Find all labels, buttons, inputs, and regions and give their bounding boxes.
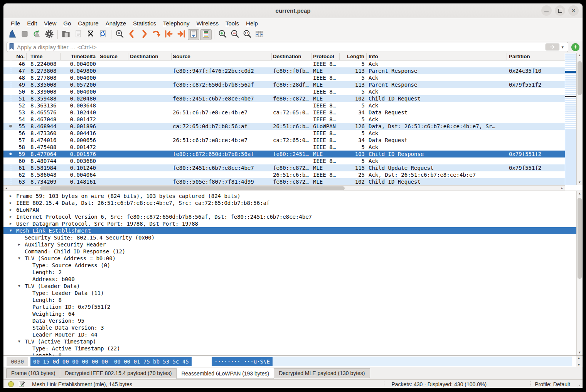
detail-line[interactable]: ▸User Datagram Protocol, Src Port: 19788… <box>3 220 583 227</box>
zoom-out-button[interactable] <box>229 29 241 40</box>
packet-row[interactable]: 628.5860480.00406426:51:c6:b…IEEE 8…25Ac… <box>3 171 565 178</box>
scroll-down-arrow[interactable]: ▼ <box>577 180 583 185</box>
detail-line[interactable]: Length: 8 <box>3 352 583 355</box>
packet-list-scrollbar[interactable]: ▲ ▼ <box>576 53 583 185</box>
expander-closed-icon[interactable]: ▸ <box>10 213 16 220</box>
detail-line[interactable]: Type: Active Timestamp (22) <box>3 345 583 352</box>
detail-line[interactable]: Type: Source Address (0) <box>3 262 583 269</box>
capture-options-button[interactable] <box>44 29 55 40</box>
packet-row[interactable]: 638.7342090.148161fe80::505e:f807:7f81:4… <box>3 178 565 185</box>
zoom-in-button[interactable] <box>217 29 228 40</box>
expander-open-icon[interactable]: ▾ <box>18 283 25 290</box>
detail-line[interactable]: ▸Internet Protocol Version 6, Src: fe80:… <box>3 213 583 220</box>
expander-open-icon[interactable]: ▾ <box>18 338 25 345</box>
tab-decrypted-mle-payload-130-bytes[interactable]: Decrypted MLE payload (130 bytes) <box>274 368 370 378</box>
detail-line[interactable]: Data Version: 95 <box>3 317 583 324</box>
detail-line[interactable]: ▸IEEE 802.15.4 Data, Dst: 26:51:c6:b7:e8… <box>3 199 583 206</box>
open-file-button[interactable] <box>60 29 72 40</box>
packet-row[interactable]: 518.3594880.020480fe80::2451:c6b7:e8ce:4… <box>3 95 565 102</box>
menu-item-telephony[interactable]: Telephony <box>160 19 193 28</box>
expander-closed-icon[interactable]: ▸ <box>10 193 16 199</box>
packet-row[interactable]: 498.3350080.057200fe80::c872:650d:b7b8:5… <box>3 81 565 88</box>
expander-closed-icon[interactable]: ▸ <box>10 220 16 227</box>
go-to-packet-button[interactable] <box>151 29 162 40</box>
ascii-bytes-selected[interactable]: ···········u·S\E <box>212 357 273 366</box>
detail-line[interactable]: ▸Frame 59: 103 bytes on wire (824 bits),… <box>3 193 583 199</box>
menu-item-statistics[interactable]: Statistics <box>130 19 160 28</box>
hex-bytes-selected[interactable]: 00 15 0d 00 00 00 00 0000 00 01 75 bb 53… <box>30 357 192 366</box>
bookmark-icon[interactable] <box>8 43 15 52</box>
detail-line[interactable]: Length: 2 <box>3 269 583 276</box>
expander-closed-icon[interactable]: ▸ <box>10 199 16 206</box>
expander-closed-icon[interactable]: ▸ <box>10 206 16 213</box>
expander-open-icon[interactable]: ▾ <box>10 227 16 234</box>
column-header-time[interactable]: Time <box>27 53 61 60</box>
start-capture-button[interactable] <box>7 29 18 40</box>
menu-item-analyze[interactable]: Analyze <box>102 19 130 28</box>
scroll-up-arrow[interactable]: ▲ <box>578 356 580 360</box>
menu-item-capture[interactable]: Capture <box>74 19 102 28</box>
column-header-src[interactable]: Source <box>98 53 128 60</box>
zoom-original-button[interactable]: 1:1 <box>241 29 253 40</box>
hscrollbar-thumb[interactable] <box>40 186 345 190</box>
menu-item-go[interactable]: Go <box>60 19 74 28</box>
scrollbar-thumb[interactable] <box>578 198 582 279</box>
capture-comment-icon[interactable] <box>19 380 25 388</box>
find-packet-button[interactable]: A <box>114 29 125 40</box>
reload-file-button[interactable] <box>97 29 109 40</box>
detail-line[interactable]: Leader Router ID: 44 <box>3 331 583 338</box>
packet-row[interactable]: 598.4770640.001576fe80::c872:650d:b7b8:5… <box>3 151 565 157</box>
scroll-right-arrow[interactable]: ▸ <box>559 186 565 191</box>
column-header-len[interactable]: Length <box>340 53 367 60</box>
display-filter-input[interactable] <box>17 44 546 50</box>
go-first-packet-button[interactable] <box>163 29 175 40</box>
scroll-down-arrow[interactable]: ▼ <box>577 350 583 355</box>
apply-filter-button[interactable] <box>546 44 559 50</box>
packet-row[interactable]: 568.4733600.004416IEEE 8…5Ack <box>3 130 565 137</box>
scroll-left-arrow[interactable]: ◂ <box>3 186 9 191</box>
column-header-delta[interactable]: TimeDelta <box>61 53 98 60</box>
packet-row[interactable]: 588.4754880.001472IEEE 8…5Ack <box>3 144 565 151</box>
column-header-no[interactable]: No. <box>3 53 27 60</box>
detail-line[interactable]: ▾TLV (Leader Data) <box>3 283 583 290</box>
maximize-button[interactable] <box>555 5 565 16</box>
auto-scroll-button[interactable] <box>188 29 199 40</box>
packet-row[interactable]: 508.3390080.004000IEEE 8…5Ack <box>3 88 565 95</box>
close-file-button[interactable] <box>85 29 96 40</box>
titlebar[interactable]: current.pcap ✕ <box>3 3 583 18</box>
filter-dropdown-caret[interactable]: ▾ <box>559 45 566 50</box>
scroll-up-arrow[interactable]: ▲ <box>577 53 583 58</box>
packet-row[interactable]: 528.3631360.003648IEEE 8…5Ack <box>3 102 565 109</box>
packet-row[interactable]: 548.4670480.001472IEEE 8…5Ack <box>3 116 565 123</box>
close-button[interactable]: ✕ <box>568 5 579 16</box>
menu-item-file[interactable]: File <box>7 19 24 28</box>
packet-list-hscrollbar[interactable]: ◂ ▸ <box>3 185 565 191</box>
tab-frame-103-bytes[interactable]: Frame (103 bytes) <box>6 368 60 378</box>
packet-row[interactable]: 478.2738080.049800fe80::947f:f476:22bc:c… <box>3 67 565 74</box>
resize-columns-button[interactable] <box>254 29 265 40</box>
packet-bytes-pane[interactable]: 0030 00 15 0d 00 00 00 00 0000 00 01 75 … <box>3 355 583 367</box>
column-header-src2[interactable]: Source <box>172 53 272 60</box>
go-forward-button[interactable] <box>138 29 150 40</box>
detail-line[interactable]: Security Suite: 802.15.4 Security (0x00) <box>3 234 583 241</box>
expert-info-icon[interactable] <box>8 381 14 387</box>
column-header-proto[interactable]: Protocol <box>312 53 340 60</box>
column-header-info[interactable]: Info <box>367 53 507 60</box>
column-header-dst[interactable]: Destination <box>128 53 172 60</box>
menu-item-tools[interactable]: Tools <box>222 19 242 28</box>
column-header-part[interactable]: Partition <box>507 53 566 60</box>
tab-decrypted-ieee-802-15-4-payload-70-bytes[interactable]: Decrypted IEEE 802.15.4 payload (70 byte… <box>60 368 177 378</box>
detail-line[interactable]: ▾TLV (Active Timestamp) <box>3 338 583 345</box>
add-filter-button[interactable]: + <box>571 43 579 51</box>
packet-row[interactable]: 608.4807440.003680IEEE 8…5Ack <box>3 157 565 164</box>
detail-line[interactable]: Stable Data Version: 3 <box>3 324 583 331</box>
scroll-down-arrow[interactable]: ▼ <box>578 363 580 367</box>
expander-closed-icon[interactable]: ▸ <box>18 241 25 248</box>
go-back-button[interactable] <box>126 29 138 40</box>
packet-row[interactable]: 538.4655760.10244026:51:c6:b7:e8:ce:4b:e… <box>3 109 565 116</box>
menu-item-wireless[interactable]: Wireless <box>193 19 222 28</box>
detail-line[interactable]: ▾TLV (Source Address = b0:00) <box>3 255 583 262</box>
packet-row[interactable]: 578.4740160.00065626:51:c6:b7:e8:ce:4b:e… <box>3 137 565 144</box>
detail-line[interactable]: Address: b000 <box>3 276 583 283</box>
intelligent-scrollbar-minimap[interactable] <box>565 53 576 185</box>
